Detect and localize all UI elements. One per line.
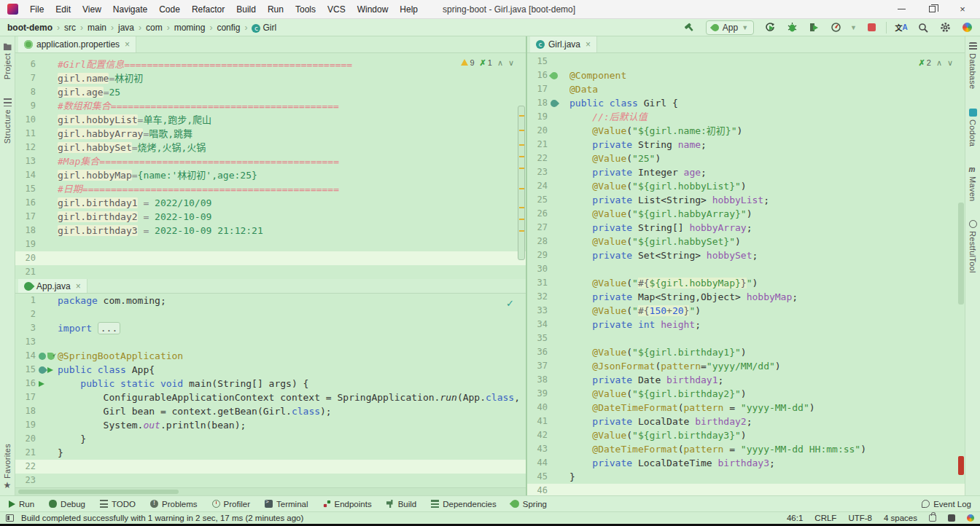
build-hammer-icon[interactable] (682, 20, 697, 35)
menu-tools[interactable]: Tools (289, 3, 322, 16)
code-line[interactable]: 42 @Value("${girl.birthday3}") (527, 428, 965, 442)
code-line[interactable]: 46 (527, 484, 965, 495)
code-line[interactable]: 25 private List<String> hobbyList; (527, 193, 965, 207)
gutter[interactable]: 10 (15, 113, 58, 127)
gutter[interactable]: 13 (15, 335, 58, 349)
toolwindow-todo[interactable]: TODO (100, 500, 136, 509)
gutter[interactable]: 39 (527, 387, 569, 401)
code-line[interactable]: 11girl.habbyArray=唱歌,跳舞 (15, 127, 526, 141)
breadcrumb-java[interactable]: java (117, 22, 136, 34)
code-line[interactable]: 13 (15, 335, 526, 349)
code-line[interactable]: 41 private LocalDate birthday2; (527, 415, 965, 428)
gutter[interactable]: 14 (15, 168, 58, 182)
gutter[interactable]: 17 (15, 210, 58, 224)
editor-scrollbar-thumb[interactable] (958, 203, 964, 305)
code-line[interactable]: 16@Component (527, 68, 965, 82)
code-line[interactable]: 29 private Set<String> hobbySet; (527, 248, 965, 262)
gutter[interactable]: 32 (527, 290, 569, 304)
run-configuration-select[interactable]: App ▼ (706, 20, 754, 35)
menu-window[interactable]: Window (351, 3, 394, 16)
menu-build[interactable]: Build (230, 3, 262, 16)
gutter[interactable]: 44 (527, 456, 569, 470)
bean2-gutter-icon[interactable] (549, 98, 559, 108)
code-line[interactable]: 33 @Value("#{150+20}") (527, 304, 965, 318)
code-line[interactable]: 15public class App{ (15, 363, 526, 377)
bean-gutter-icon[interactable] (549, 70, 559, 80)
code-line[interactable]: 14@SpringBootApplication (15, 349, 526, 363)
gutter[interactable]: 36 (527, 345, 569, 359)
gutter[interactable]: 16 (15, 196, 58, 210)
toolwindow-problems[interactable]: Problems (150, 500, 198, 509)
gutter[interactable]: 25 (527, 193, 569, 207)
toolwindow-endpoints[interactable]: Endpoints (323, 500, 372, 509)
run-gutter-icon[interactable] (47, 367, 53, 373)
code-line[interactable]: 18 Girl bean = context.getBean(Girl.clas… (15, 404, 526, 418)
breadcrumb-com[interactable]: com (144, 22, 164, 34)
run-gutter-icon[interactable] (39, 381, 44, 387)
code-line[interactable]: 16 public static void main(String[] args… (15, 377, 526, 390)
gutter[interactable]: 11 (15, 127, 58, 141)
readonly-lock-icon[interactable] (929, 514, 936, 522)
chevron-down-icon[interactable]: ▼ (850, 24, 857, 31)
run-with-coverage-icon[interactable] (806, 20, 821, 35)
gutter[interactable]: 38 (527, 373, 569, 387)
code-line[interactable]: 37 @JsonFormat(pattern="yyyy/MM/dd") (527, 359, 965, 373)
gutter[interactable]: 29 (527, 248, 569, 262)
gutter[interactable]: 14 (15, 349, 58, 363)
inspections-profile-icon[interactable] (948, 514, 955, 522)
file-encoding[interactable]: UTF-8 (848, 514, 872, 522)
code-line[interactable]: 6#Girl配置信息==============================… (15, 58, 526, 71)
code-line[interactable]: 45} (527, 470, 965, 484)
menu-file[interactable]: File (24, 3, 50, 16)
beancheck-gutter-icon[interactable] (47, 353, 55, 360)
gutter[interactable]: 1 (15, 294, 58, 307)
menu-view[interactable]: View (77, 3, 107, 16)
sidebar-item-structure[interactable]: Structure (3, 98, 12, 144)
stop-icon[interactable] (864, 20, 879, 35)
code-line[interactable]: 15 (527, 55, 965, 68)
code-line[interactable]: 21} (15, 446, 526, 460)
inspection-widget[interactable]: ✓ (506, 297, 514, 310)
gutter[interactable]: 41 (527, 415, 569, 428)
gutter[interactable]: 20 (15, 432, 58, 446)
line-separator[interactable]: CRLF (814, 514, 836, 522)
breadcrumb-main[interactable]: main (86, 22, 108, 34)
gutter[interactable]: 24 (527, 179, 569, 193)
translate-icon[interactable]: 文A (894, 20, 909, 35)
code-line[interactable]: 23 private Integer age; (527, 165, 965, 179)
toolwindow-profiler[interactable]: Profiler (212, 500, 250, 509)
gutter[interactable]: 23 (527, 165, 569, 179)
translate-plugin-icon[interactable] (967, 514, 974, 522)
gutter[interactable]: 16 (15, 377, 58, 390)
gutter[interactable]: 19 (15, 418, 58, 432)
next-problem-icon[interactable]: ∨ (508, 56, 514, 70)
code-line[interactable]: 20 @Value("${girl.name:初初}") (527, 124, 965, 138)
gutter[interactable]: 30 (527, 262, 569, 276)
code-line[interactable]: 28 @Value("${girl.habbySet}") (527, 235, 965, 248)
code-line[interactable]: 17 ConfigurableApplicationContext contex… (15, 390, 526, 404)
boot-gutter-icon[interactable] (39, 353, 46, 360)
properties-editor[interactable]: 9 ✗1 ∧ ∨ 6#Girl配置信息=====================… (15, 53, 526, 279)
gutter[interactable]: 15 (15, 363, 58, 377)
gutter[interactable]: 22 (15, 460, 58, 474)
gutter[interactable]: 18 (527, 96, 569, 110)
code-line[interactable]: 30 (527, 262, 965, 276)
code-line[interactable]: 19 (15, 238, 526, 251)
toolwindow-debug[interactable]: Debug (49, 500, 85, 509)
sidebar-item-restfultool[interactable]: RestfulTool (968, 220, 977, 273)
gutter[interactable]: 19 (15, 238, 58, 251)
gutter[interactable]: 46 (527, 484, 569, 495)
minimize-button[interactable] (887, 1, 916, 18)
restore-button[interactable] (917, 1, 946, 18)
event-log-button[interactable]: Event Log (922, 500, 971, 509)
toolwindow-build[interactable]: Build (386, 500, 417, 509)
code-line[interactable]: 35 (527, 331, 965, 345)
indent-setting[interactable]: 4 spaces (884, 514, 917, 522)
code-line[interactable]: 7girl.name=林初初 (15, 71, 526, 85)
code-line[interactable]: 19 System.out.println(bean); (15, 418, 526, 432)
gutter[interactable]: 18 (15, 404, 58, 418)
menu-edit[interactable]: Edit (50, 3, 77, 16)
gutter[interactable]: 21 (527, 138, 569, 152)
code-line[interactable]: 40 @DateTimeFormat(pattern = "yyyy-MM-dd… (527, 401, 965, 415)
typos-count[interactable]: ✗2 (919, 56, 931, 70)
